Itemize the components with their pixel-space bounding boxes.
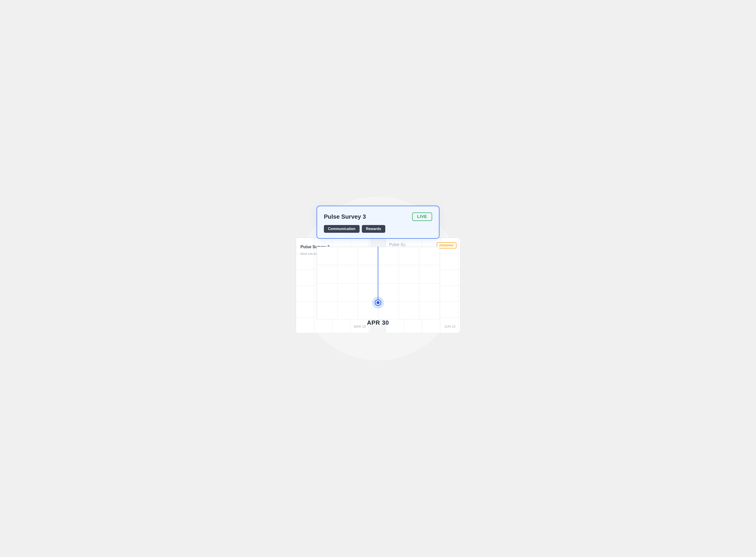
timeline-date-label: APR 30 [367,319,389,326]
connector-line [378,247,378,301]
timeline-dot-core [376,301,380,304]
main-card-header: Pulse Survey 3 LIVE [324,212,432,221]
timeline-area: APR 30 [316,247,440,328]
main-tags-row: Communication Rewards [324,225,432,233]
main-tag-rewards: Rewards [362,225,385,233]
live-status-badge: LIVE [412,212,432,221]
timeline-dot-outer [372,297,384,309]
timeline-dot-inner [375,299,381,306]
main-tag-communication: Communication [324,225,360,233]
main-survey-title: Pulse Survey 3 [324,213,366,220]
right-date-label: JUN 15 [444,325,456,328]
scene: Pulse Survey 2 Work Life Balance Involve… [292,192,464,365]
main-pulse-survey-card[interactable]: Pulse Survey 3 LIVE Communication Reward… [316,206,440,239]
